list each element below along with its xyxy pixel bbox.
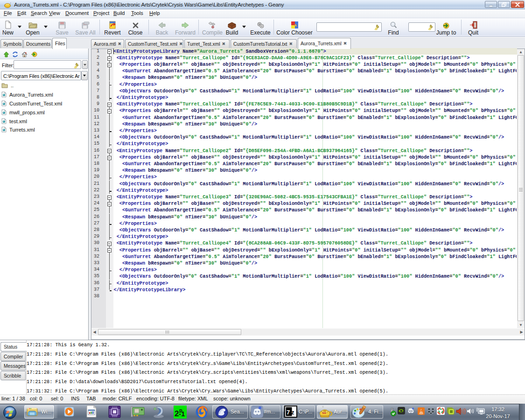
svg-text:-1: -1 <box>179 410 185 418</box>
svg-text:z: z <box>291 409 294 416</box>
svg-text:7: 7 <box>287 409 290 416</box>
